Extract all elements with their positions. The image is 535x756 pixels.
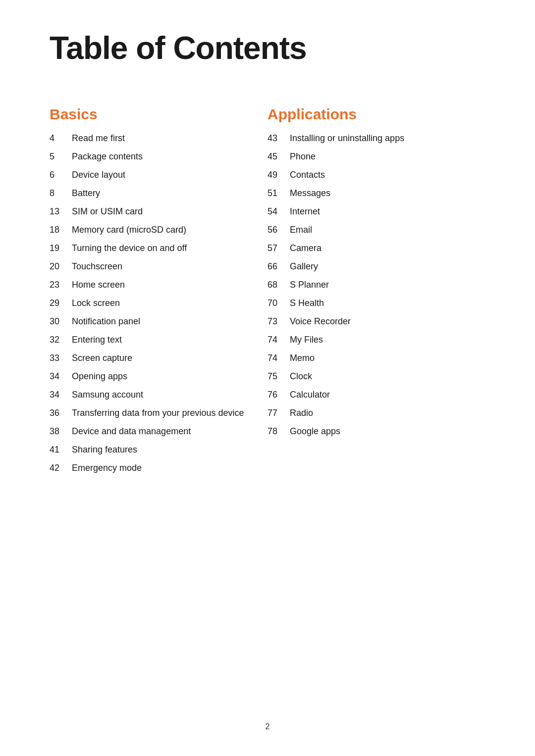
toc-page-number: 43: [268, 132, 290, 145]
applications-list-item: 70 S Health: [268, 297, 485, 310]
applications-list-item: 77 Radio: [268, 406, 485, 420]
basics-list-item: 32 Entering text: [50, 333, 268, 347]
toc-item-label: Samsung account: [72, 388, 143, 402]
applications-list-item: 51 Messages: [268, 187, 485, 200]
toc-page-number: 57: [268, 242, 290, 255]
toc-item-label: SIM or USIM card: [72, 205, 143, 218]
applications-list-item: 49 Contacts: [268, 168, 485, 182]
toc-page-number: 45: [268, 150, 290, 163]
toc-item-label: Memo: [290, 352, 315, 365]
basics-list-item: 41 Sharing features: [50, 443, 268, 456]
toc-page-number: 49: [268, 168, 290, 182]
applications-list-item: 45 Phone: [268, 150, 485, 163]
applications-list-item: 76 Calculator: [268, 388, 485, 402]
toc-page-number: 18: [50, 223, 72, 237]
toc-page-number: 38: [50, 425, 72, 438]
toc-page-number: 23: [50, 278, 72, 292]
toc-page-number: 42: [50, 461, 72, 475]
toc-item-label: Notification panel: [72, 315, 140, 328]
basics-list-item: 23 Home screen: [50, 278, 268, 292]
toc-page-number: 33: [50, 352, 72, 365]
toc-page-number: 8: [50, 187, 72, 200]
toc-item-label: Turning the device on and off: [72, 242, 187, 255]
applications-list-item: 66 Gallery: [268, 260, 485, 273]
toc-item-label: Entering text: [72, 333, 122, 347]
toc-item-label: Battery: [72, 187, 100, 200]
basics-list-item: 30 Notification panel: [50, 315, 268, 328]
toc-item-label: Internet: [290, 205, 320, 218]
toc-item-label: Email: [290, 223, 312, 237]
toc-item-label: Installing or uninstalling apps: [290, 132, 404, 145]
toc-item-label: Calculator: [290, 388, 330, 402]
toc-item-label: Messages: [290, 187, 330, 200]
toc-page-number: 5: [50, 150, 72, 163]
basics-list-item: 13 SIM or USIM card: [50, 205, 268, 218]
toc-page-number: 68: [268, 278, 290, 292]
basics-list-item: 42 Emergency mode: [50, 461, 268, 475]
toc-page-number: 36: [50, 406, 72, 420]
toc-item-label: S Planner: [290, 278, 329, 292]
toc-item-label: Voice Recorder: [290, 315, 351, 328]
toc-page-number: 41: [50, 443, 72, 456]
applications-list-item: 74 Memo: [268, 352, 485, 365]
basics-list-item: 38 Device and data management: [50, 425, 268, 438]
applications-list-item: 74 My Files: [268, 333, 485, 347]
basics-list-item: 34 Samsung account: [50, 388, 268, 402]
basics-heading: Basics: [50, 106, 268, 123]
toc-item-label: Emergency mode: [72, 461, 142, 475]
applications-column: Applications 43 Installing or uninstalli…: [268, 106, 485, 480]
toc-page-number: 66: [268, 260, 290, 273]
toc-page-number: 54: [268, 205, 290, 218]
basics-list-item: 4 Read me first: [50, 132, 268, 145]
toc-item-label: Radio: [290, 406, 313, 420]
toc-page-number: 4: [50, 132, 72, 145]
toc-item-label: Gallery: [290, 260, 318, 273]
applications-list-item: 43 Installing or uninstalling apps: [268, 132, 485, 145]
toc-page-number: 34: [50, 370, 72, 383]
toc-container: Basics 4 Read me first 5 Package content…: [50, 106, 485, 480]
toc-item-label: S Health: [290, 297, 324, 310]
page-number: 2: [266, 722, 270, 731]
page-title: Table of Contents: [50, 30, 485, 66]
basics-list-item: 5 Package contents: [50, 150, 268, 163]
toc-item-label: Read me first: [72, 132, 125, 145]
toc-item-label: Google apps: [290, 425, 340, 438]
applications-list-item: 78 Google apps: [268, 425, 485, 438]
toc-item-label: Lock screen: [72, 297, 120, 310]
basics-list-item: 19 Turning the device on and off: [50, 242, 268, 255]
basics-list-item: 33 Screen capture: [50, 352, 268, 365]
toc-item-label: Package contents: [72, 150, 143, 163]
toc-item-label: Opening apps: [72, 370, 127, 383]
toc-item-label: Phone: [290, 150, 316, 163]
basics-list-item: 29 Lock screen: [50, 297, 268, 310]
toc-item-label: Device and data management: [72, 425, 191, 438]
toc-item-label: Contacts: [290, 168, 325, 182]
toc-page-number: 76: [268, 388, 290, 402]
toc-item-label: Touchscreen: [72, 260, 122, 273]
toc-item-label: Clock: [290, 370, 312, 383]
toc-page-number: 73: [268, 315, 290, 328]
toc-page-number: 78: [268, 425, 290, 438]
toc-page-number: 56: [268, 223, 290, 237]
toc-item-label: Home screen: [72, 278, 125, 292]
toc-page-number: 20: [50, 260, 72, 273]
toc-item-label: Device layout: [72, 168, 125, 182]
toc-page-number: 29: [50, 297, 72, 310]
basics-list-item: 36 Transferring data from your previous …: [50, 406, 268, 420]
toc-item-label: Transferring data from your previous dev…: [72, 406, 244, 420]
applications-list-item: 73 Voice Recorder: [268, 315, 485, 328]
toc-page-number: 75: [268, 370, 290, 383]
applications-list-item: 75 Clock: [268, 370, 485, 383]
basics-list: 4 Read me first 5 Package contents 6 Dev…: [50, 132, 268, 475]
toc-item-label: Camera: [290, 242, 321, 255]
page: Table of Contents Basics 4 Read me first…: [0, 0, 535, 756]
basics-list-item: 20 Touchscreen: [50, 260, 268, 273]
toc-page-number: 6: [50, 168, 72, 182]
toc-item-label: Screen capture: [72, 352, 132, 365]
toc-page-number: 30: [50, 315, 72, 328]
toc-page-number: 74: [268, 352, 290, 365]
applications-heading: Applications: [268, 106, 485, 123]
toc-item-label: My Files: [290, 333, 323, 347]
toc-page-number: 77: [268, 406, 290, 420]
toc-page-number: 34: [50, 388, 72, 402]
